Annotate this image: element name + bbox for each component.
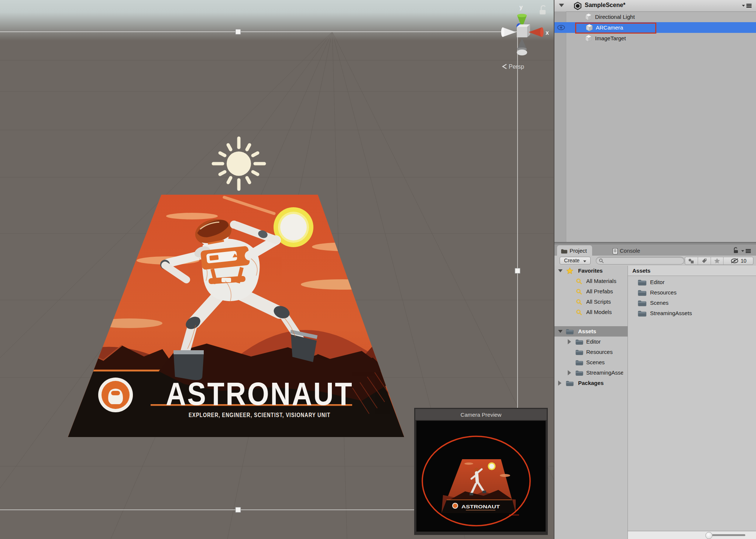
tag-icon — [701, 258, 707, 264]
filter-by-label-button[interactable] — [698, 257, 711, 265]
hierarchy-item-arcamera[interactable]: ARCamera — [554, 22, 756, 33]
folder-icon — [575, 370, 583, 376]
visibility-eye-icon[interactable] — [557, 25, 565, 30]
poster-title: ASTRONAUT — [166, 375, 353, 412]
folder-icon — [638, 300, 646, 307]
search-field[interactable] — [596, 257, 684, 265]
favorites-item-all-prefabs[interactable]: All Prefabs — [554, 286, 628, 297]
foldout-collapsed-icon[interactable] — [558, 381, 561, 386]
foldout-collapsed-icon[interactable] — [568, 370, 571, 375]
project-toolbar: Create — [554, 256, 756, 266]
folder-icon — [566, 328, 574, 335]
project-menu-icon[interactable] — [741, 249, 751, 254]
folder-icon — [566, 380, 574, 386]
camera-preview-poster-title: ASTRONAUT — [461, 504, 500, 509]
hierarchy-visibility-column — [554, 11, 566, 242]
project-assets-pane: Assets Editor Resources Scenes Streaming… — [628, 266, 756, 539]
saved-search-icon — [576, 289, 582, 295]
poster-badge — [98, 378, 133, 412]
panel-splitter[interactable] — [554, 242, 756, 243]
folder-icon — [575, 339, 583, 345]
tree-item-packages[interactable]: Packages — [554, 378, 628, 388]
console-doc-icon — [613, 248, 618, 254]
folder-icon — [638, 310, 646, 317]
favorites-item-all-scripts[interactable]: All Scripts — [554, 297, 628, 307]
favorites-foldout-icon[interactable] — [558, 269, 563, 272]
tree-item-streamingassets[interactable]: StreamingAssets — [554, 368, 628, 378]
eye-slash-icon — [730, 258, 739, 264]
filter-by-type-button[interactable] — [685, 257, 698, 265]
scene-title[interactable]: SampleScene* — [585, 2, 625, 8]
unity-logo-icon — [574, 2, 582, 10]
foldout-collapsed-icon[interactable] — [568, 339, 571, 344]
hidden-count-button[interactable]: 10 — [724, 257, 753, 265]
gameobject-cube-icon — [585, 13, 592, 21]
project-lock-icon[interactable] — [733, 247, 739, 254]
assets-foldout-icon[interactable] — [558, 330, 563, 333]
favorites-header[interactable]: Favorites — [554, 266, 628, 276]
saved-search-icon — [576, 309, 582, 315]
zoom-slider-track[interactable] — [712, 534, 745, 536]
create-dropdown-caret-icon — [583, 260, 586, 262]
scene-foldout-icon[interactable] — [559, 4, 564, 7]
favorites-item-all-materials[interactable]: All Materials — [554, 276, 628, 286]
camera-preview-panel: Camera Preview — [414, 408, 548, 535]
favorites-star-icon — [566, 267, 573, 274]
star-icon — [714, 258, 720, 264]
folder-icon — [575, 349, 583, 355]
camera-preview-title: Camera Preview — [461, 412, 502, 418]
scene-viewport[interactable]: ASTRONAUT EXPLORER, ENGINEER, SCIENTIST,… — [0, 0, 554, 539]
gameobject-cube-icon — [585, 34, 592, 42]
project-folder-icon — [561, 249, 567, 254]
zoom-slider-knob[interactable] — [705, 532, 712, 539]
search-input[interactable] — [606, 257, 681, 264]
saved-search-icon — [576, 299, 582, 305]
gizmo-cube[interactable] — [517, 27, 527, 37]
asset-item-editor[interactable]: Editor — [628, 277, 756, 287]
create-button[interactable]: Create — [560, 257, 591, 265]
axis-y-label[interactable]: y — [519, 4, 523, 10]
tree-item-editor[interactable]: Editor — [554, 337, 628, 347]
assets-breadcrumb[interactable]: Assets — [628, 266, 756, 276]
tree-item-scenes[interactable]: Scenes — [554, 357, 628, 368]
tree-item-assets-root[interactable]: Assets — [554, 326, 628, 337]
asset-item-scenes[interactable]: Scenes — [628, 298, 756, 308]
axis-x-label[interactable]: x — [546, 30, 549, 36]
asset-item-resources[interactable]: Resources — [628, 287, 756, 298]
tab-project[interactable]: Project — [557, 245, 592, 256]
saved-search-icon — [576, 278, 582, 284]
folder-icon — [638, 289, 646, 296]
search-icon — [599, 258, 604, 263]
hierarchy-scene-header[interactable]: SampleScene* — [554, 0, 756, 12]
project-tree-column: Favorites All Materials All Prefabs All … — [554, 266, 628, 539]
favorites-filter-button[interactable] — [711, 257, 724, 265]
favorites-item-all-models[interactable]: All Models — [554, 307, 628, 317]
right-dock: SampleScene* Directional Light ARCamera — [554, 0, 756, 539]
folder-icon — [638, 279, 646, 286]
project-statusbar — [628, 531, 756, 539]
poster-subtitle: EXPLORER, ENGINEER, SCIENTIST, VISIONARY… — [189, 412, 330, 419]
hierarchy-item-directional-light[interactable]: Directional Light — [554, 11, 756, 22]
hierarchy-menu-icon[interactable] — [742, 3, 752, 8]
project-filter-buttons: 10 — [685, 257, 753, 265]
folder-icon — [575, 359, 583, 366]
project-tabbar: Project Console — [554, 243, 756, 256]
asset-item-streamingassets[interactable]: StreamingAssets — [628, 308, 756, 318]
tree-item-resources[interactable]: Resources — [554, 347, 628, 357]
hierarchy-item-imagetarget[interactable]: ImageTarget — [554, 33, 756, 44]
type-shapes-icon — [688, 258, 694, 264]
selection-highlight-outline — [575, 23, 656, 34]
projection-label[interactable]: Persp — [509, 64, 524, 70]
tab-console[interactable]: Console — [609, 245, 645, 256]
unity-editor-window: ASTRONAUT EXPLORER, ENGINEER, SCIENTIST,… — [0, 0, 756, 539]
hidden-count: 10 — [740, 258, 746, 264]
